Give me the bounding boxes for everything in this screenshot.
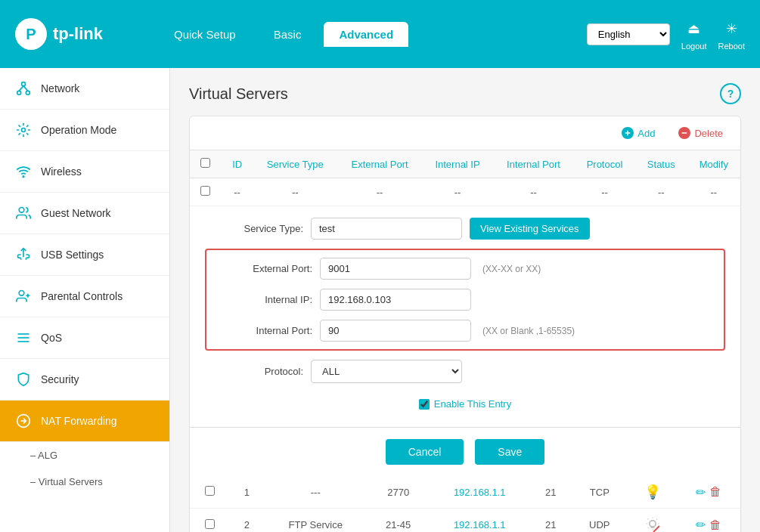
protocol-select[interactable]: ALL TCP UDP TCP/UDP <box>311 360 462 383</box>
row-2-external-port: 21-45 <box>368 509 430 533</box>
empty-protocol: -- <box>574 178 635 206</box>
reboot-button[interactable]: ✳ Reboot <box>718 17 745 51</box>
wireless-icon <box>15 163 32 180</box>
view-services-button[interactable]: View Existing Services <box>470 218 590 240</box>
external-port-label: External Port: <box>214 263 312 274</box>
internal-ip-input[interactable] <box>320 289 471 311</box>
usb-settings-icon <box>15 246 32 263</box>
row-2-id: 2 <box>230 509 264 533</box>
sidebar-item-usb-settings[interactable]: USB Settings <box>0 234 169 276</box>
tab-quick-setup[interactable]: Quick Setup <box>159 22 251 47</box>
internal-port-hint: (XX or Blank ,1-65535) <box>482 326 575 336</box>
col-service-type: Service Type <box>253 150 338 178</box>
row-1-status[interactable]: 💡 <box>628 476 678 509</box>
empty-id: -- <box>222 178 253 206</box>
row-1-internal-ip: 192.168.1.1 <box>430 476 530 509</box>
sidebar: Network Operation Mode Wireless Guest Ne… <box>0 68 170 532</box>
select-all-checkbox[interactable] <box>200 158 210 168</box>
qos-icon <box>15 329 32 346</box>
external-port-hint: (XX-XX or XX) <box>482 264 541 274</box>
tab-basic[interactable]: Basic <box>259 22 317 47</box>
logout-button[interactable]: ⏏ Logout <box>681 17 707 51</box>
svg-line-4 <box>23 86 28 91</box>
sidebar-item-security[interactable]: Security <box>0 359 169 401</box>
row-2-service-type: FTP Service <box>264 509 368 533</box>
status-on-icon: 💡 <box>644 484 661 500</box>
row-1-edit-icon[interactable]: ✏ <box>696 485 706 500</box>
empty-external-port: -- <box>337 178 422 206</box>
network-icon <box>15 80 32 97</box>
sidebar-item-guest-network[interactable]: Guest Network <box>0 193 169 234</box>
sidebar-sub-alg[interactable]: – ALG <box>0 442 169 469</box>
nav-tabs: Quick Setup Basic Advanced <box>159 22 564 47</box>
row-2-internal-ip: 192.168.1.1 <box>430 509 530 533</box>
language-select[interactable]: English <box>587 23 670 45</box>
external-port-input[interactable] <box>320 258 471 280</box>
row-2-edit-icon[interactable]: ✏ <box>696 518 706 532</box>
row-1-modify: ✏ 🗑 <box>687 485 731 500</box>
operation-mode-icon <box>15 122 32 138</box>
row-2-status[interactable] <box>628 509 678 533</box>
virtual-servers-card: Add Delete ID Service Type External Port <box>189 116 741 532</box>
row-1-delete-icon[interactable]: 🗑 <box>709 485 721 499</box>
row-2-delete-icon[interactable]: 🗑 <box>709 518 721 532</box>
tab-advanced[interactable]: Advanced <box>324 22 408 47</box>
sidebar-label-guest-network: Guest Network <box>41 207 111 219</box>
svg-point-5 <box>22 128 26 132</box>
table-row-empty: -- -- -- -- -- -- -- -- <box>190 178 740 206</box>
data-table: 1 --- 2770 192.168.1.1 21 TCP 💡 ✏ <box>190 476 740 532</box>
enable-entry-row: Enable This Entry <box>205 392 725 416</box>
main-content: Virtual Servers ? Add Delete <box>170 68 760 532</box>
logo-text: tp-link <box>53 24 103 44</box>
sidebar-label-parental-controls: Parental Controls <box>41 290 123 302</box>
logo: P tp-link <box>15 18 136 50</box>
sidebar-item-wireless[interactable]: Wireless <box>0 151 169 193</box>
col-internal-port: Internal Port <box>493 150 574 178</box>
row-2-internal-port: 21 <box>530 509 572 533</box>
sidebar-item-network[interactable]: Network <box>0 68 169 110</box>
row-checkbox-empty[interactable] <box>200 186 210 196</box>
delete-button[interactable]: Delete <box>672 124 729 142</box>
table-wrap: ID Service Type External Port Internal I… <box>190 150 740 206</box>
row-1-id: 1 <box>230 476 264 509</box>
row-1-checkbox[interactable] <box>205 486 215 496</box>
enable-entry-checkbox[interactable] <box>419 399 430 410</box>
virtual-servers-table: ID Service Type External Port Internal I… <box>190 150 740 206</box>
empty-internal-ip: -- <box>422 178 493 206</box>
external-port-row: External Port: (XX-XX or XX) <box>206 258 724 280</box>
action-buttons: Cancel Save <box>190 428 740 476</box>
delete-label: Delete <box>694 128 723 139</box>
sidebar-item-operation-mode[interactable]: Operation Mode <box>0 110 169 151</box>
enable-entry-label: Enable This Entry <box>434 398 511 410</box>
svg-point-8 <box>19 291 24 296</box>
internal-port-row: Internal Port: (XX or Blank ,1-65535) <box>206 320 724 342</box>
internal-port-input[interactable] <box>320 320 471 342</box>
help-icon[interactable]: ? <box>720 83 741 104</box>
row-2-checkbox[interactable] <box>205 519 215 529</box>
nat-forwarding-icon <box>15 413 32 429</box>
row-2-protocol: UDP <box>572 509 628 533</box>
data-table-wrap: 1 --- 2770 192.168.1.1 21 TCP 💡 ✏ <box>190 476 740 532</box>
svg-point-2 <box>26 91 29 94</box>
save-button[interactable]: Save <box>475 439 544 465</box>
sidebar-label-nat-forwarding: NAT Forwarding <box>41 415 117 427</box>
sidebar-label-security: Security <box>41 373 79 385</box>
protocol-label: Protocol: <box>205 366 303 377</box>
service-type-input[interactable] <box>311 218 462 240</box>
internal-port-label: Internal Port: <box>214 325 312 336</box>
form-section: Service Type: View Existing Services Ext… <box>190 206 740 428</box>
logo-icon: P <box>15 18 47 50</box>
add-label: Add <box>637 128 655 139</box>
row-1-service-type: --- <box>264 476 368 509</box>
add-button[interactable]: Add <box>616 124 661 142</box>
cancel-button[interactable]: Cancel <box>386 439 464 465</box>
sidebar-sub-virtual-servers[interactable]: – Virtual Servers <box>0 469 169 495</box>
sidebar-item-parental-controls[interactable]: Parental Controls <box>0 276 169 317</box>
red-border-section: External Port: (XX-XX or XX) Internal IP… <box>205 249 725 351</box>
col-internal-ip: Internal IP <box>422 150 493 178</box>
svg-point-0 <box>22 82 26 86</box>
sidebar-item-qos[interactable]: QoS <box>0 317 169 359</box>
sidebar-item-nat-forwarding[interactable]: NAT Forwarding <box>0 401 169 442</box>
protocol-row: Protocol: ALL TCP UDP TCP/UDP <box>205 360 725 383</box>
svg-line-3 <box>19 86 23 91</box>
